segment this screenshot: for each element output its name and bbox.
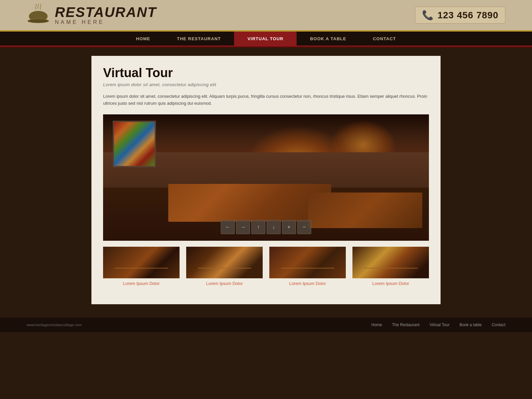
- thumbnail-2[interactable]: Lorem Ipsum Dolor: [186, 247, 263, 286]
- thumbnail-img-1: [103, 247, 180, 278]
- main-image-viewer: ← → ↑ ↓ + −: [103, 114, 429, 241]
- footer-link-virtual-tour[interactable]: Virtual Tour: [430, 323, 450, 327]
- thumbnail-4[interactable]: Lorem Ipsum Dolor: [352, 247, 429, 286]
- scene-table: [168, 184, 331, 222]
- footer-links: Home The Restaurant Virtual Tour Book a …: [371, 323, 505, 327]
- thumbnail-img-3: [269, 247, 346, 278]
- thumb-label-3: Lorem Ipsum Dolor: [269, 281, 346, 286]
- scene-painting: [113, 121, 156, 167]
- thumb-label-4: Lorem Ipsum Dolor: [352, 281, 429, 286]
- thumb-label-2: Lorem Ipsum Dolor: [186, 281, 263, 286]
- thumb-scene-2: [186, 247, 263, 278]
- phone-number: 123 456 7890: [438, 10, 498, 21]
- footer-url: www.heritagechristiancollege.com: [27, 323, 82, 327]
- nav-virtual-tour[interactable]: VIRTUAL TOUR: [234, 32, 297, 46]
- logo-area: RESTAURANT NAME HERE: [27, 4, 157, 27]
- page-subtitle: Lorem ipsum dolor sit amet, consectetur …: [103, 82, 429, 87]
- zoom-out-button[interactable]: −: [297, 220, 311, 234]
- logo-title: RESTAURANT: [55, 5, 157, 19]
- pan-right-button[interactable]: →: [236, 220, 250, 234]
- footer-link-restaurant[interactable]: The Restaurant: [392, 323, 420, 327]
- footer: www.heritagechristiancollege.com Home Th…: [0, 318, 532, 332]
- footer-link-book[interactable]: Book a table: [460, 323, 482, 327]
- restaurant-logo-icon: [27, 4, 50, 27]
- thumbnail-img-4: [352, 247, 429, 278]
- logo-text: RESTAURANT NAME HERE: [55, 5, 157, 25]
- nav-contact[interactable]: CONTACT: [359, 32, 409, 46]
- phone-icon: 📞: [422, 10, 434, 21]
- scene-table2: [308, 193, 422, 228]
- pan-down-button[interactable]: ↓: [267, 220, 281, 234]
- nav-the-restaurant[interactable]: THE RESTAURANT: [164, 32, 234, 46]
- viewer-controls: ← → ↑ ↓ + −: [221, 220, 311, 234]
- header: RESTAURANT NAME HERE 📞 123 456 7890: [0, 0, 532, 32]
- page-wrapper: Virtual Tour Lorem ipsum dolor sit amet,…: [91, 47, 441, 311]
- content-area: Virtual Tour Lorem ipsum dolor sit amet,…: [91, 56, 441, 304]
- pan-up-button[interactable]: ↑: [251, 220, 265, 234]
- phone-area: 📞 123 456 7890: [415, 7, 505, 24]
- nav-home[interactable]: HOME: [123, 32, 164, 46]
- logo-subtitle: NAME HERE: [55, 19, 157, 25]
- zoom-in-button[interactable]: +: [282, 220, 296, 234]
- thumbnail-1[interactable]: Lorem Ipsum Dolor: [103, 247, 180, 286]
- thumbnail-img-2: [186, 247, 263, 278]
- pan-left-button[interactable]: ←: [221, 220, 235, 234]
- thumb-scene-3: [269, 247, 346, 278]
- thumbnail-3[interactable]: Lorem Ipsum Dolor: [269, 247, 346, 286]
- page-description: Lorem ipsum dolor sit amet, consectetur …: [103, 93, 429, 107]
- thumb-scene-1: [103, 247, 180, 278]
- thumbnail-row: Lorem Ipsum Dolor Lorem Ipsum Dolor Lore…: [103, 247, 429, 286]
- page-title: Virtual Tour: [103, 66, 429, 80]
- footer-link-contact[interactable]: Contact: [492, 323, 505, 327]
- footer-link-home[interactable]: Home: [371, 323, 382, 327]
- main-nav: HOME THE RESTAURANT VIRTUAL TOUR BOOK A …: [0, 32, 532, 47]
- nav-book-a-table[interactable]: BOOK A TABLE: [297, 32, 359, 46]
- thumb-scene-4: [352, 247, 429, 278]
- thumb-label-1: Lorem Ipsum Dolor: [103, 281, 180, 286]
